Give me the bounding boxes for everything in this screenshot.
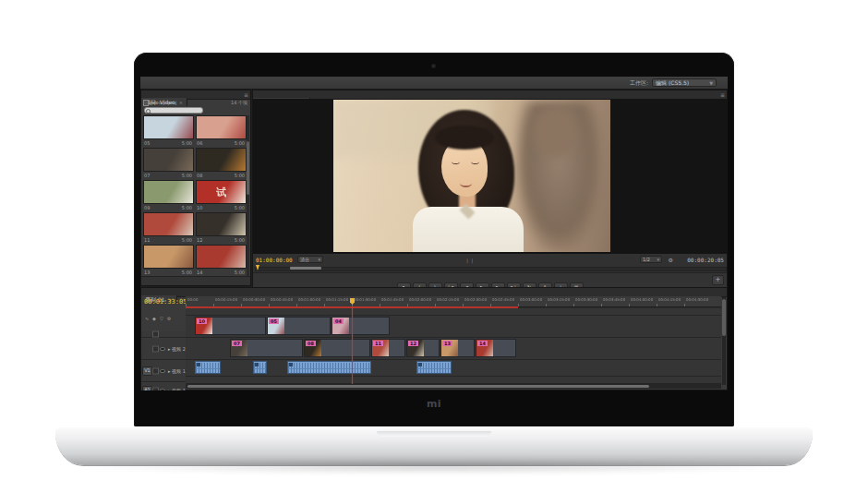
source-patch-v1[interactable]: V1 — [142, 366, 152, 376]
clip-name-badge: 13 — [442, 341, 452, 346]
track-header-a1[interactable]: A1▸ 音频 1 — [141, 383, 186, 390]
resolution-dropdown[interactable]: 1/2 ▾ — [640, 256, 662, 263]
monitor-controls-row: 01:00:00:00 适合 ▾ ❘❘ 1/2 ▾ ⚙ 00:00:20:05 — [253, 255, 727, 265]
timeline-track-a1 — [186, 360, 721, 377]
laptop-shadow — [78, 460, 790, 474]
blurred-student-head — [533, 107, 577, 157]
chevron-down-icon: ▾ — [657, 257, 659, 263]
project-clip[interactable]: 145:00 — [196, 245, 247, 276]
project-clip[interactable]: 095:00 — [143, 180, 194, 211]
clip-thumbnail[interactable] — [143, 212, 194, 236]
timeline-audio-clip[interactable] — [253, 361, 267, 374]
settings-icon[interactable]: ⚙ — [165, 315, 173, 322]
mute-toggle-icon[interactable] — [160, 389, 165, 390]
timeline-video-clip[interactable]: 05 — [267, 317, 331, 335]
clip-thumbnail[interactable] — [143, 245, 194, 269]
timeline-video-clip[interactable]: 07 — [230, 339, 303, 357]
track-name: ▸ 视频 1 — [168, 368, 186, 374]
clip-thumbnail[interactable] — [196, 212, 247, 236]
project-scrollbar[interactable] — [247, 115, 249, 279]
clip-number: 06 — [197, 140, 202, 147]
timeline-audio-clip[interactable] — [195, 361, 221, 374]
fit-dropdown[interactable]: 适合 ▾ — [297, 256, 323, 263]
project-clip[interactable]: 115:00 — [143, 212, 194, 244]
clip-thumbnail[interactable] — [143, 115, 194, 139]
lock-toggle[interactable] — [152, 388, 159, 391]
project-clip[interactable]: 试105:00 — [196, 180, 247, 211]
lock-toggle[interactable] — [152, 368, 159, 375]
lock-toggle[interactable] — [152, 331, 159, 338]
marker-icon[interactable]: ▽ — [158, 315, 165, 322]
clip-thumbnail[interactable] — [196, 245, 247, 269]
clip-duration: 5:00 — [235, 173, 245, 179]
timeline-hscrollbar[interactable] — [186, 384, 721, 389]
project-clip[interactable]: 085:00 — [196, 148, 247, 179]
timeline-vscrollbar[interactable] — [722, 297, 726, 385]
track-header-v3[interactable] — [141, 331, 186, 338]
audio-waveform — [417, 368, 451, 374]
search-input[interactable] — [144, 107, 203, 114]
project-toolbar: ≡▦ ▧◌▤▨▭ — [141, 276, 250, 285]
clip-thumbnail[interactable] — [143, 148, 194, 172]
timeline-audio-clip[interactable] — [287, 361, 371, 374]
add-button[interactable]: + — [712, 275, 724, 285]
clip-thumbnail[interactable] — [196, 148, 247, 172]
workspace-dropdown[interactable]: 编辑 (CS5.5) ▼ — [652, 78, 717, 87]
timeline-audio-clip[interactable] — [416, 361, 452, 374]
project-clip[interactable]: 135:00 — [143, 245, 194, 276]
clip-thumbnail[interactable] — [196, 115, 247, 139]
ruler-tick-mark — [546, 304, 547, 306]
scrubber-viewing-bar[interactable] — [290, 267, 321, 270]
clip-meta: 065:00 — [196, 140, 247, 147]
clip-fx-badge — [255, 363, 259, 366]
timeline-track-v3 — [186, 308, 721, 316]
laptop-screen: 工作区: 编辑 (CS5.5) ▼ 项目: Video × ≡ Vide — [134, 53, 734, 427]
program-scrubber[interactable] — [255, 265, 725, 271]
timeline-video-clip[interactable]: 08 — [304, 339, 370, 357]
project-panel: 项目: Video × ≡ Video.prproj 14 个项 055:000… — [140, 90, 251, 286]
timeline-track-v2: 100504 — [186, 316, 721, 338]
panel-menu-icon[interactable]: ≡ — [244, 91, 248, 98]
clip-duration: 5:00 — [235, 237, 245, 244]
panel-menu-icon[interactable]: ≡ — [720, 91, 725, 98]
source-patch-a1[interactable]: A1 — [142, 386, 152, 390]
settings-icon[interactable]: ⚙ — [669, 257, 673, 263]
clip-name-badge: 07 — [232, 341, 242, 346]
eye-toggle-icon[interactable] — [160, 347, 165, 351]
timeline-video-clip[interactable]: 12 — [406, 339, 440, 357]
timeline-video-clip[interactable]: 10 — [195, 317, 266, 335]
timeline-video-clip[interactable]: 13 — [440, 339, 475, 357]
project-clip[interactable]: 125:00 — [196, 212, 247, 244]
clip-number: 09 — [144, 205, 150, 211]
encore-marker-icon[interactable]: ◆ — [151, 315, 158, 322]
timeline-video-clip[interactable]: 14 — [476, 339, 516, 357]
clip-fx-badge — [289, 363, 293, 366]
workspace-value: 编辑 (CS5.5) — [656, 79, 689, 86]
timeline-video-clip[interactable]: 11 — [371, 339, 405, 357]
program-timecode[interactable]: 01:00:00:00 — [256, 257, 293, 263]
timeline-video-clip[interactable]: 04 — [332, 317, 390, 335]
track-header-v1[interactable]: V1▸ 视频 1 — [141, 361, 186, 382]
snap-icon[interactable]: ∿ — [143, 315, 151, 322]
ruler-tick-label: 00:01:45:00 — [381, 297, 404, 302]
girl-hairline — [435, 126, 494, 150]
clip-duration: 5:00 — [182, 270, 192, 276]
clip-thumbnail[interactable]: 试 — [196, 180, 247, 204]
clip-meta: 125:00 — [196, 237, 247, 244]
timeline-timecode[interactable]: 00:01:33:05 — [144, 298, 187, 306]
scene: 工作区: 编辑 (CS5.5) ▼ 项目: Video × ≡ Vide — [0, 0, 868, 504]
ruler-tick-label: 00:00:45:00 — [271, 297, 293, 302]
video-frame — [333, 100, 610, 252]
project-clip[interactable]: 065:00 — [196, 115, 247, 147]
project-clip[interactable]: 075:00 — [143, 148, 194, 179]
track-header-v2[interactable]: ▸ 视频 2 — [141, 339, 186, 360]
clip-thumbnail[interactable] — [143, 180, 194, 204]
eye-toggle-icon[interactable] — [160, 369, 165, 373]
program-video-area — [253, 99, 727, 254]
clip-meta: 055:00 — [143, 140, 194, 147]
audio-waveform — [288, 368, 370, 374]
project-clip[interactable]: 055:00 — [143, 115, 194, 147]
timeline-playhead[interactable] — [352, 306, 353, 386]
lock-toggle[interactable] — [152, 346, 159, 353]
scrubber-rail[interactable] — [255, 267, 727, 271]
